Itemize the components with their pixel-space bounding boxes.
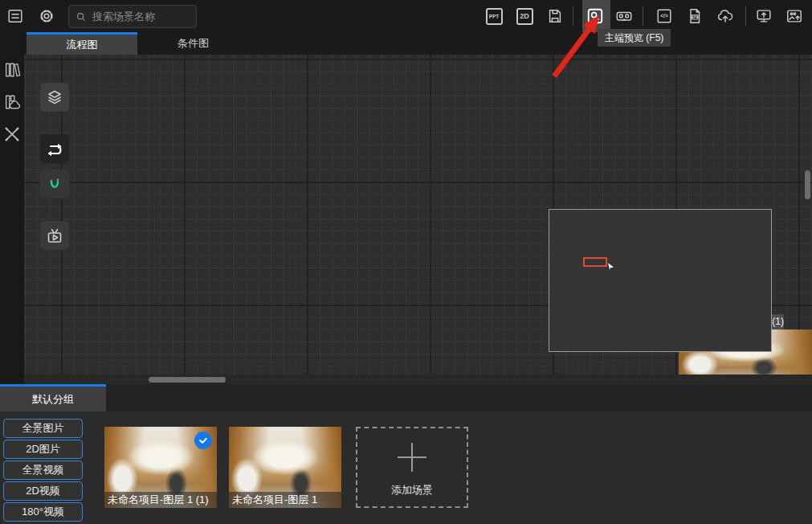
export-code-button[interactable]: </> xyxy=(655,7,673,25)
scene-search-box[interactable] xyxy=(68,5,197,28)
tab-condition-label: 条件图 xyxy=(177,36,209,51)
s-arrows-icon xyxy=(44,138,65,159)
scene-thumbnail[interactable]: 未命名项目-图层 1 xyxy=(229,427,341,508)
gear-icon xyxy=(38,7,55,25)
tab-condition-chart[interactable]: 条件图 xyxy=(137,32,249,55)
save-button[interactable] xyxy=(546,7,564,25)
publish-screen-button[interactable] xyxy=(755,7,773,25)
cloud-upload-icon xyxy=(716,7,734,25)
canvas-hscroll-thumb[interactable] xyxy=(149,377,226,383)
tab-default-group[interactable]: 默认分组 xyxy=(0,384,106,411)
2d-icon: 2D xyxy=(516,8,533,25)
canvas-vscroll-thumb[interactable] xyxy=(805,170,810,199)
top-toolbar: PPT 2D </> xyxy=(0,0,812,32)
canvas-hscroll-track[interactable] xyxy=(24,375,812,384)
minimap-viewport-rect[interactable] xyxy=(583,257,607,267)
main-preview-icon xyxy=(586,7,604,25)
group-tab-bar: 默认分组 xyxy=(0,384,812,411)
crossed-pens-icon xyxy=(3,125,21,143)
add-scene-label: 添加场景 xyxy=(391,483,433,497)
category-180-video-button[interactable]: 180°视频 xyxy=(3,502,83,522)
default-group-label: 默认分组 xyxy=(32,392,74,407)
scene-thumbnail-label: 未命名项目-图层 1 (1) xyxy=(104,492,217,508)
tv-play-icon xyxy=(45,226,64,245)
code-icon: </> xyxy=(655,7,673,25)
scene-library-button[interactable] xyxy=(3,61,21,79)
category-pano-image-button[interactable]: 全景图片 xyxy=(3,419,83,438)
document-list-icon xyxy=(6,7,24,25)
2d-mode-button[interactable]: 2D xyxy=(516,7,533,25)
preview-tooltip: 主端预览 (F5) xyxy=(598,29,671,47)
search-input[interactable] xyxy=(92,10,189,23)
vr-goggles-icon xyxy=(615,7,633,25)
main-preview-button[interactable] xyxy=(586,7,604,25)
category-2d-image-button[interactable]: 2D图片 xyxy=(3,440,83,459)
straight-link-tool-button[interactable] xyxy=(40,134,69,163)
view-tab-bar: 流程图 条件图 xyxy=(24,32,812,55)
add-scene-button[interactable]: 添加场景 xyxy=(356,427,468,508)
app-window: PPT 2D </> xyxy=(0,0,812,524)
scene-thumbnail-label: 未命名项目-图层 1 xyxy=(229,492,341,508)
layers-tool-button[interactable] xyxy=(40,83,69,112)
export-apk-button[interactable]: APK xyxy=(686,7,704,25)
u-curve-arrows-icon xyxy=(44,174,65,194)
plus-icon xyxy=(393,438,431,477)
toolbar-divider xyxy=(745,6,746,26)
category-pano-video-button[interactable]: 全景视频 xyxy=(3,461,83,480)
flowchart-canvas[interactable]: 未命名项目-图层 1 (1) xyxy=(24,55,812,384)
apk-file-icon: APK xyxy=(686,7,704,25)
selected-check-badge xyxy=(194,432,212,449)
curved-link-tool-button[interactable] xyxy=(40,170,69,199)
toolbar-divider xyxy=(643,6,643,26)
toolbar-divider xyxy=(573,6,573,26)
cloud-library-button[interactable] xyxy=(3,93,21,111)
search-icon xyxy=(75,11,87,23)
media-category-column: 全景图片 2D图片 全景视频 2D视频 180°视频 xyxy=(3,419,83,523)
settings-button[interactable] xyxy=(38,7,55,25)
tab-flowchart[interactable]: 流程图 xyxy=(27,32,137,55)
scene-panel: 全景图片 2D图片 全景视频 2D视频 180°视频 未命名项目-图层 1 (1… xyxy=(0,411,812,524)
cloud-upload-button[interactable] xyxy=(716,7,734,25)
ppt-icon: PPT xyxy=(486,8,503,25)
left-sidebar xyxy=(0,32,24,384)
edit-tools-button[interactable] xyxy=(3,125,21,143)
scene-thumbnail-selected[interactable]: 未命名项目-图层 1 (1) xyxy=(104,427,217,508)
book-cloud-icon xyxy=(3,93,21,111)
monitor-upload-icon xyxy=(755,7,773,25)
image-upload-icon xyxy=(785,7,803,25)
tab-flowchart-label: 流程图 xyxy=(67,38,98,52)
layers-icon xyxy=(45,88,64,107)
project-menu-button[interactable] xyxy=(6,7,24,25)
books-icon xyxy=(3,61,21,79)
minimap-panel[interactable] xyxy=(549,209,772,352)
minimap-cursor-icon xyxy=(608,263,614,270)
svg-text:APK: APK xyxy=(692,15,699,19)
ppt-mode-button[interactable]: PPT xyxy=(485,7,503,25)
save-icon xyxy=(546,7,564,25)
svg-text:</>: </> xyxy=(660,13,668,18)
category-2d-video-button[interactable]: 2D视频 xyxy=(3,481,83,501)
export-image-button[interactable] xyxy=(785,7,803,25)
video-node-tool-button[interactable] xyxy=(40,221,69,250)
vr-preview-button[interactable] xyxy=(615,7,633,25)
check-icon xyxy=(198,435,209,446)
